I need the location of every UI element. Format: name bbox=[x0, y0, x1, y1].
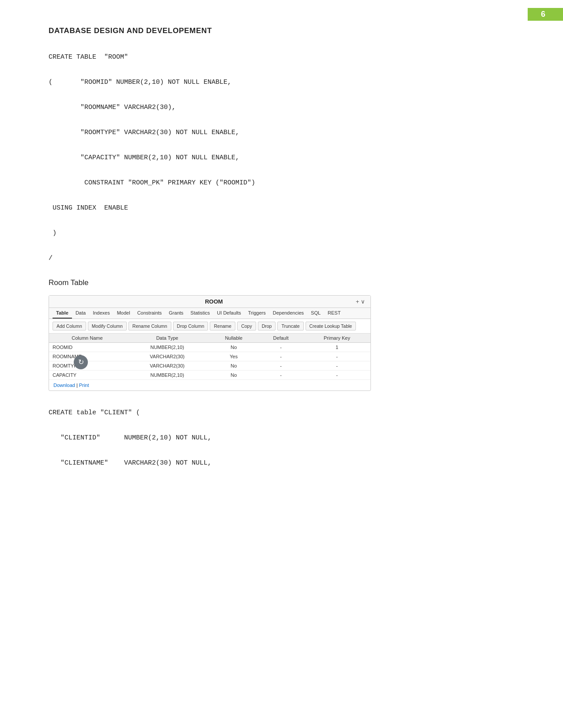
cell-roomtype-nullable: No bbox=[209, 361, 258, 370]
document-header: DATABASE DESIGN AND DEVELOPEMENT bbox=[49, 26, 514, 35]
cell-roomid-type: NUMBER(2,10) bbox=[125, 342, 209, 352]
client-line-2 bbox=[49, 419, 514, 432]
client-line-1: CREATE table "CLIENT" ( bbox=[49, 407, 514, 420]
create-lookup-table-button[interactable]: Create Lookup Table bbox=[306, 322, 356, 330]
tab-sql[interactable]: SQL bbox=[307, 308, 324, 319]
tab-ui-defaults[interactable]: UI Defaults bbox=[213, 308, 244, 319]
sql-line-1: CREATE TABLE "ROOM" bbox=[49, 51, 514, 64]
sql-line-5: "ROOMNAME" VARCHAR2(30), bbox=[49, 101, 514, 114]
sql-line-16 bbox=[49, 240, 514, 253]
table-title: ROOM bbox=[72, 298, 356, 305]
add-column-button[interactable]: Add Column bbox=[53, 322, 86, 330]
cell-roomtype-default: - bbox=[258, 361, 303, 370]
sql-line-13: USING INDEX ENABLE bbox=[49, 202, 514, 215]
tab-table[interactable]: Table bbox=[53, 308, 72, 319]
columns-data-table: Column Name Data Type Nullable Default P… bbox=[49, 334, 370, 380]
tab-constraints[interactable]: Constraints bbox=[134, 308, 166, 319]
print-link[interactable]: Print bbox=[79, 383, 89, 388]
tab-grants[interactable]: Grants bbox=[165, 308, 187, 319]
cell-capacity-default: - bbox=[258, 370, 303, 379]
sql-client-code: CREATE table "CLIENT" ( "CLIENTID" NUMBE… bbox=[49, 407, 514, 470]
cell-roomid-pk: 1 bbox=[303, 342, 370, 352]
client-line-4 bbox=[49, 444, 514, 457]
table-title-row: ROOM + ∨ bbox=[49, 296, 370, 308]
page-number-tab: 6 bbox=[528, 8, 563, 21]
sql-line-17: / bbox=[49, 252, 514, 265]
cell-roomname-nullable: Yes bbox=[209, 352, 258, 361]
cell-capacity-type: NUMBER(2,10) bbox=[125, 370, 209, 379]
cell-roomtype-pk: - bbox=[303, 361, 370, 370]
sql-line-3: ( "ROOMID" NUMBER(2,10) NOT NULL ENABLE, bbox=[49, 76, 514, 89]
cell-capacity-pk: - bbox=[303, 370, 370, 379]
room-table-label: Room Table bbox=[49, 278, 514, 287]
sql-line-11: CONSTRAINT "ROOM_PK" PRIMARY KEY ("ROOMI… bbox=[49, 177, 514, 190]
table-row: CAPACITY NUMBER(2,10) No - - bbox=[49, 370, 370, 379]
drop-button[interactable]: Drop bbox=[258, 322, 276, 330]
truncate-button[interactable]: Truncate bbox=[277, 322, 303, 330]
tab-statistics[interactable]: Statistics bbox=[187, 308, 213, 319]
sql-room-code: CREATE TABLE "ROOM" ( "ROOMID" NUMBER(2,… bbox=[49, 51, 514, 265]
room-table-ui: ROOM + ∨ Table Data Indexes Model Constr… bbox=[49, 295, 371, 391]
client-line-5: "CLIENTNAME" VARCHAR2(30) NOT NULL, bbox=[49, 457, 514, 470]
sql-line-7: "ROOMTYPE" VARCHAR2(30) NOT NULL ENABLE, bbox=[49, 127, 514, 139]
table-row: ROOMNAME ↻ VARCHAR2(30) Yes - - bbox=[49, 352, 370, 361]
cell-roomname-type: VARCHAR2(30) bbox=[125, 352, 209, 361]
col-header-datatype: Data Type bbox=[125, 334, 209, 343]
table-row: ROOMTYPE VARCHAR2(30) No - - bbox=[49, 361, 370, 370]
sql-line-12 bbox=[49, 190, 514, 203]
loading-spinner: ↻ bbox=[74, 355, 88, 369]
cell-roomtype-type: VARCHAR2(30) bbox=[125, 361, 209, 370]
table-row: ROOMID NUMBER(2,10) No - 1 bbox=[49, 342, 370, 352]
col-header-nullable: Nullable bbox=[209, 334, 258, 343]
col-header-default: Default bbox=[258, 334, 303, 343]
download-link[interactable]: Download bbox=[53, 383, 75, 388]
col-header-name: Column Name bbox=[49, 334, 125, 343]
col-header-pk: Primary Key bbox=[303, 334, 370, 343]
table-tabs: Table Data Indexes Model Constraints Gra… bbox=[49, 308, 370, 319]
cell-roomid-nullable: No bbox=[209, 342, 258, 352]
sql-line-10 bbox=[49, 165, 514, 177]
table-footer: Download | Print bbox=[49, 380, 370, 390]
sql-line-9: "CAPACITY" NUMBER(2,10) NOT NULL ENABLE, bbox=[49, 152, 514, 165]
sql-line-8 bbox=[49, 139, 514, 152]
cell-roomid-name: ROOMID bbox=[49, 342, 125, 352]
sql-line-6 bbox=[49, 114, 514, 127]
client-line-3: "CLIENTID" NUMBER(2,10) NOT NULL, bbox=[49, 432, 514, 445]
cell-roomname-default: - bbox=[258, 352, 303, 361]
cell-capacity-name: CAPACITY bbox=[49, 370, 125, 379]
tab-indexes[interactable]: Indexes bbox=[89, 308, 113, 319]
cell-roomname-pk: - bbox=[303, 352, 370, 361]
tab-dependencies[interactable]: Dependencies bbox=[269, 308, 307, 319]
cell-capacity-nullable: No bbox=[209, 370, 258, 379]
drop-column-button[interactable]: Drop Column bbox=[173, 322, 208, 330]
sql-line-15: ) bbox=[49, 227, 514, 240]
table-plus-button[interactable]: + ∨ bbox=[356, 298, 365, 305]
sql-line-14 bbox=[49, 215, 514, 228]
tab-model[interactable]: Model bbox=[113, 308, 134, 319]
rename-button[interactable]: Rename bbox=[210, 322, 235, 330]
table-toolbar: Add Column Modify Column Rename Column D… bbox=[49, 319, 370, 334]
sql-line-4 bbox=[49, 89, 514, 102]
modify-column-button[interactable]: Modify Column bbox=[88, 322, 127, 330]
rename-column-button[interactable]: Rename Column bbox=[128, 322, 171, 330]
sql-line-2 bbox=[49, 64, 514, 77]
cell-roomid-default: - bbox=[258, 342, 303, 352]
tab-rest[interactable]: REST bbox=[324, 308, 344, 319]
tab-triggers[interactable]: Triggers bbox=[245, 308, 269, 319]
copy-button[interactable]: Copy bbox=[237, 322, 256, 330]
cell-roomname-name: ROOMNAME ↻ bbox=[49, 352, 125, 361]
tab-data[interactable]: Data bbox=[72, 308, 89, 319]
